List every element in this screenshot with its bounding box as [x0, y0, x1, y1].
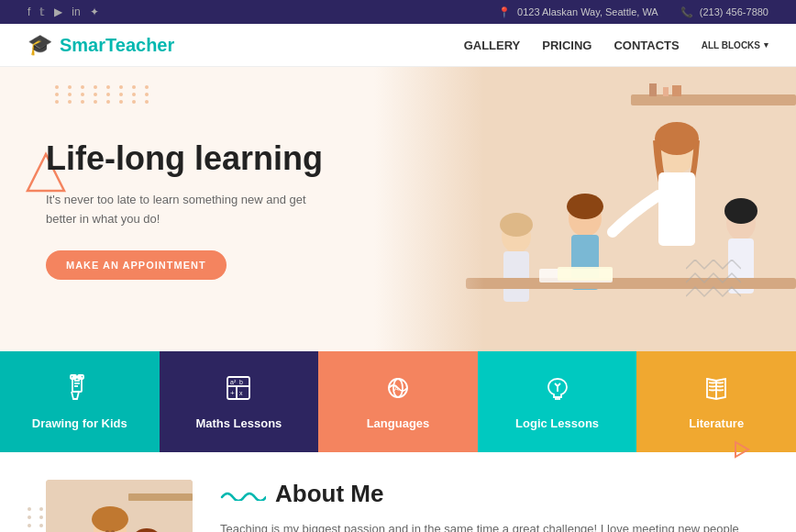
- svg-text:x: x: [239, 390, 243, 396]
- about-text: Teaching is my biggest passion and in th…: [220, 519, 759, 532]
- appointment-button[interactable]: MAKE AN APPOINTMENT: [46, 250, 227, 280]
- drawing-icon: [65, 373, 94, 409]
- svg-rect-14: [503, 251, 529, 302]
- hero-subtitle: It's never too late to learn something n…: [46, 191, 330, 229]
- phone-icon: 📞: [680, 6, 693, 17]
- svg-rect-18: [466, 278, 796, 289]
- logic-label: Logic Lessons: [515, 416, 599, 430]
- linkedin-icon[interactable]: in: [72, 6, 80, 18]
- literature-icon: [702, 373, 731, 409]
- service-literature[interactable]: Literature: [636, 351, 796, 452]
- phone-text: 📞 (213) 456-7880: [680, 6, 768, 18]
- svg-rect-4: [663, 87, 669, 96]
- svg-text:+: +: [230, 389, 235, 397]
- service-maths[interactable]: a² b + x Maths Lessons: [160, 351, 319, 452]
- service-logic[interactable]: Logic Lessons: [478, 351, 637, 452]
- svg-rect-8: [658, 172, 695, 246]
- service-drawing[interactable]: Drawing for Kids: [0, 351, 160, 452]
- logo[interactable]: 🎓 SmarTeacher: [28, 33, 174, 57]
- service-languages[interactable]: A Languages: [318, 351, 478, 452]
- svg-point-13: [500, 213, 533, 237]
- about-content: About Me Teaching is my biggest passion …: [220, 480, 759, 532]
- svg-point-7: [655, 122, 699, 155]
- location-icon: 📍: [498, 6, 511, 17]
- play-icon-decoration: [732, 440, 750, 459]
- header: 🎓 SmarTeacher GALLERY PRICING CONTACTS A…: [0, 24, 796, 67]
- logo-text: SmarTeacher: [60, 35, 174, 56]
- wave-decoration: [220, 488, 266, 501]
- languages-icon: A: [383, 373, 413, 409]
- about-image: [46, 480, 193, 532]
- nav-contacts[interactable]: CONTACTS: [614, 39, 679, 52]
- about-section: About Me Teaching is my biggest passion …: [0, 452, 796, 532]
- hero-section: Life-long learning It's never too late t…: [0, 67, 796, 351]
- maths-icon: a² b + x: [224, 373, 253, 409]
- hero-title: Life-long learning: [46, 139, 330, 178]
- nav-gallery[interactable]: GALLERY: [464, 39, 521, 52]
- facebook-icon[interactable]: f: [28, 6, 30, 18]
- svg-rect-3: [649, 83, 657, 96]
- nav-pricing[interactable]: PRICING: [542, 39, 591, 52]
- contact-info: 📍 0123 Alaskan Way, Seattle, WA 📞 (213) …: [498, 6, 768, 18]
- svg-text:a²: a²: [230, 379, 237, 385]
- social-links[interactable]: f 𝕥 ▶ in ✦: [28, 6, 99, 18]
- zigzag-decoration: [686, 260, 741, 305]
- logic-icon: [543, 373, 572, 409]
- about-title-row: About Me: [220, 480, 759, 508]
- logo-icon: 🎓: [28, 33, 52, 57]
- address-text: 📍 0123 Alaskan Way, Seattle, WA: [498, 6, 658, 18]
- drawing-label: Drawing for Kids: [32, 416, 127, 430]
- svg-point-10: [567, 194, 603, 219]
- svg-text:b: b: [239, 379, 243, 385]
- svg-rect-20: [558, 267, 613, 281]
- svg-line-41: [558, 383, 560, 386]
- svg-rect-45: [128, 493, 193, 501]
- photo-fade-overlay: [374, 67, 484, 351]
- nav-allblocks[interactable]: ALL BLOCKS ▾: [702, 40, 768, 50]
- main-nav: GALLERY PRICING CONTACTS ALL BLOCKS ▾: [464, 39, 768, 52]
- svg-rect-5: [672, 85, 681, 96]
- youtube-icon[interactable]: ▶: [54, 6, 62, 18]
- twitter-icon[interactable]: 𝕥: [39, 6, 45, 18]
- services-bar: Drawing for Kids a² b + x Maths Lessons …: [0, 351, 796, 452]
- svg-point-47: [92, 506, 128, 532]
- top-bar: f 𝕥 ▶ in ✦ 📍 0123 Alaskan Way, Seattle, …: [0, 0, 796, 24]
- languages-label: Languages: [367, 416, 430, 430]
- about-photo: [46, 480, 193, 532]
- svg-text:A: A: [394, 385, 399, 392]
- literature-label: Literature: [689, 416, 744, 430]
- maths-label: Maths Lessons: [195, 416, 282, 430]
- about-title: About Me: [275, 480, 383, 508]
- hero-content: Life-long learning It's never too late t…: [0, 102, 367, 317]
- svg-point-16: [724, 198, 757, 224]
- hero-photo: [374, 67, 796, 351]
- pinterest-icon[interactable]: ✦: [90, 6, 99, 18]
- chevron-down-icon: ▾: [764, 40, 768, 50]
- svg-marker-54: [735, 442, 748, 457]
